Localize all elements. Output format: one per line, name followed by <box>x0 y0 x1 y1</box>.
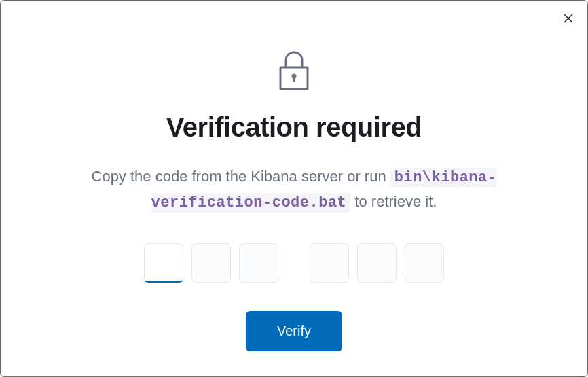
code-input-6[interactable] <box>405 243 444 283</box>
modal-description: Copy the code from the Kibana server or … <box>56 164 532 215</box>
description-suffix: to retrieve it. <box>350 193 437 210</box>
code-input-1[interactable] <box>144 243 183 283</box>
code-input-4[interactable] <box>310 243 349 283</box>
lock-icon <box>278 51 310 93</box>
code-input-2[interactable] <box>191 243 231 283</box>
svg-rect-4 <box>293 77 295 82</box>
code-input-5[interactable] <box>357 243 397 283</box>
code-input-group <box>144 243 444 283</box>
close-icon <box>563 13 574 26</box>
modal-title: Verification required <box>166 112 422 143</box>
description-prefix: Copy the code from the Kibana server or … <box>92 168 390 185</box>
close-button[interactable] <box>560 12 576 28</box>
code-input-3[interactable] <box>239 243 278 283</box>
verification-modal: Verification required Copy the code from… <box>0 0 588 377</box>
verify-button[interactable]: Verify <box>246 311 342 351</box>
